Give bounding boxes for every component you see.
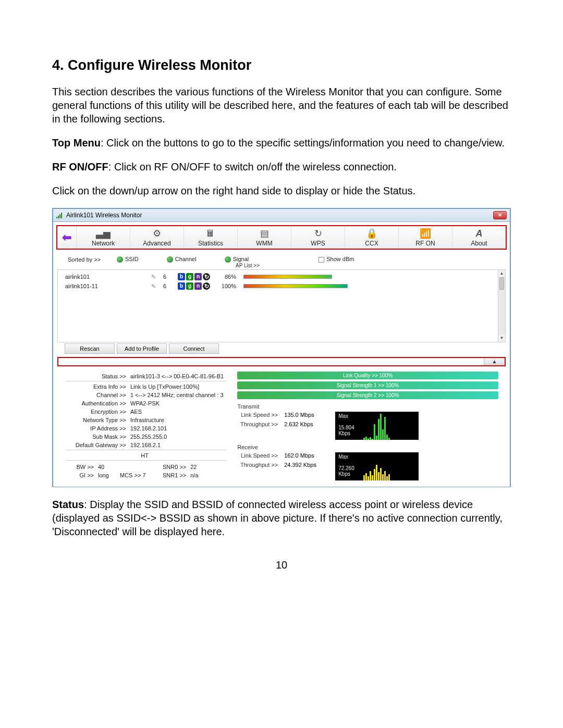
- tab-ccx[interactable]: 🔒CCX: [345, 226, 398, 249]
- window-titlebar[interactable]: Airlink101 Wireless Monitor ✕: [53, 209, 510, 222]
- scroll-thumb[interactable]: [499, 277, 504, 290]
- qos-icon: ▤: [238, 227, 291, 240]
- topmenu-label: Top Menu: [52, 137, 101, 149]
- rx-linkspeed-value: 162.0 Mbps: [284, 452, 331, 459]
- back-button[interactable]: ⬅: [57, 226, 76, 249]
- status-key: Status >>: [66, 373, 129, 380]
- snr1-key: SNR1 >>: [163, 472, 189, 479]
- encryption-key: Encryption >>: [66, 408, 129, 415]
- show-dbm-checkbox[interactable]: Show dBm: [319, 256, 354, 263]
- rfonoff-label: RF ON/OFF: [52, 161, 108, 172]
- scrollbar[interactable]: ▲ ▼: [498, 270, 505, 342]
- chart-unit: Kbps: [338, 471, 350, 477]
- gateway-key: Default Gateway >>: [66, 441, 129, 449]
- lock-icon: 🔒: [345, 227, 398, 240]
- ap-channel: 6: [163, 274, 174, 280]
- ip-value: 192.168.2.101: [130, 425, 227, 432]
- tab-wps[interactable]: ↻WPS: [291, 226, 345, 249]
- status-table: Status >>airlink101-3 <--> 00-E0-4C-81-9…: [65, 372, 228, 462]
- sort-bar: Sorted by >> SSID Channel Signal Show dB…: [53, 253, 510, 264]
- nettype-value: Infrastructure: [130, 416, 227, 424]
- mask-key: Sub Mask >>: [66, 433, 129, 440]
- chart-value: 72.260: [338, 465, 354, 471]
- tab-about[interactable]: AAbout: [452, 226, 506, 249]
- window-close-button[interactable]: ✕: [493, 211, 507, 219]
- tab-ccx-label: CCX: [345, 240, 398, 247]
- ap-signal-pct: 86%: [214, 274, 239, 280]
- ap-row[interactable]: airlink101-11 ✎ 6 bgn↻ 100%: [65, 282, 498, 290]
- signal-icon: [56, 212, 64, 218]
- ht-label: HT: [66, 452, 227, 459]
- tab-statistics[interactable]: 🖩Statistics: [183, 226, 237, 249]
- link-quality-bar: Link Quality >> 100%: [237, 372, 498, 379]
- sort-signal-radio[interactable]: Signal: [225, 256, 249, 263]
- gateway-value: 192.168.2.1: [130, 441, 227, 449]
- ap-list: airlink101 ✎ 6 bgn↻ 86% airlink101-11 ✎ …: [57, 269, 506, 342]
- ht-table: BW >>40 SNR0 >>22 GI >>long MCS >> 7 SNR…: [65, 462, 203, 480]
- snr0-value: 22: [190, 463, 201, 471]
- mcs-value: 7: [142, 472, 145, 478]
- tab-rfon[interactable]: 📶RF ON: [398, 226, 452, 249]
- aplist-label: AP List >>: [53, 263, 510, 268]
- transmit-chart: Max15.804Kbps: [335, 412, 419, 440]
- ap-row[interactable]: airlink101 ✎ 6 bgn↻ 86%: [65, 273, 498, 280]
- add-to-profile-button[interactable]: Add to Profile: [117, 343, 167, 354]
- chart-value: 15.804: [338, 425, 354, 430]
- ip-key: IP Address >>: [66, 425, 129, 432]
- encryption-value: AES: [130, 408, 227, 415]
- tx-linkspeed-key: Link Speed >>: [237, 412, 278, 418]
- auth-key: Authentication >>: [66, 400, 129, 407]
- tab-wmm[interactable]: ▤WMM: [237, 226, 291, 249]
- tab-statistics-label: Statistics: [184, 240, 237, 247]
- page-number: 10: [52, 559, 511, 571]
- show-dbm-label: Show dBm: [326, 256, 354, 262]
- wps-icon: ↻: [291, 227, 345, 240]
- signal2-bar: Signal Strength 2 >> 100%: [237, 391, 498, 399]
- snr0-key: SNR0 >>: [163, 463, 189, 471]
- tab-network[interactable]: ▃▅Network: [76, 226, 130, 249]
- wireless-monitor-window: Airlink101 Wireless Monitor ✕ ⬅ ▃▅Networ…: [52, 208, 511, 487]
- scroll-down-icon[interactable]: ▼: [498, 335, 505, 342]
- collapse-arrow-button[interactable]: ▲: [484, 358, 505, 365]
- channel-key: Channel >>: [66, 391, 129, 399]
- channel-value: 1 <--> 2412 MHz; central channel : 3: [130, 391, 227, 399]
- top-menu-toolbar: ⬅ ▃▅Network ⚙Advanced 🖩Statistics ▤WMM ↻…: [56, 225, 507, 250]
- tab-network-label: Network: [77, 240, 130, 247]
- status-text: : Display the SSID and BSSID of connecte…: [52, 499, 503, 537]
- signal-bar: [243, 284, 348, 288]
- rx-throughput-key: Throughput >>: [237, 462, 278, 468]
- mode-badges: bgn↻: [178, 273, 210, 280]
- antenna-icon: 📶: [399, 227, 452, 240]
- security-icon: ✎: [148, 274, 159, 280]
- receive-chart: Max72.260Kbps: [335, 452, 419, 480]
- connect-button[interactable]: Connect: [169, 343, 219, 354]
- status-value: airlink101-3 <--> 00-E0-4C-81-96-B1: [130, 373, 227, 380]
- tab-about-label: About: [452, 240, 506, 247]
- auth-value: WPA2-PSK: [130, 400, 227, 407]
- scroll-up-icon[interactable]: ▲: [498, 270, 505, 277]
- tab-wmm-label: WMM: [238, 240, 291, 247]
- sort-channel-radio[interactable]: Channel: [167, 256, 197, 263]
- gears-icon: ⚙: [130, 227, 183, 240]
- signal1-bar: Signal Strength 1 >> 100%: [237, 381, 498, 389]
- nettype-key: Network Type >>: [66, 416, 129, 424]
- ap-ssid: airlink101-11: [65, 283, 143, 289]
- status-label: Status: [52, 499, 84, 510]
- window-title: Airlink101 Wireless Monitor: [66, 212, 142, 219]
- page-heading: 4. Configure Wireless Monitor: [52, 57, 511, 73]
- sort-ssid-radio[interactable]: SSID: [117, 256, 139, 263]
- rescan-button[interactable]: Rescan: [65, 343, 115, 354]
- rfonoff-text: : Click on RF ON/OFF to switch on/off th…: [108, 161, 397, 172]
- sort-ssid-label: SSID: [125, 256, 139, 262]
- snr1-value: n/a: [190, 472, 201, 479]
- topmenu-text: : Click on the buttons to go to the spec…: [101, 137, 505, 149]
- radio-icon: [167, 256, 173, 263]
- mask-value: 255.255.255.0: [130, 433, 227, 440]
- rx-throughput-value: 24.392 Kbps: [284, 462, 331, 468]
- router-icon: ▃▅: [77, 227, 130, 240]
- tx-throughput-key: Throughput >>: [237, 421, 278, 427]
- mode-badges: bgn↻: [178, 282, 210, 290]
- sort-signal-label: Signal: [233, 256, 249, 262]
- tab-advanced[interactable]: ⚙Advanced: [130, 226, 183, 249]
- topmenu-paragraph: Top Menu: Click on the buttons to go to …: [52, 136, 511, 150]
